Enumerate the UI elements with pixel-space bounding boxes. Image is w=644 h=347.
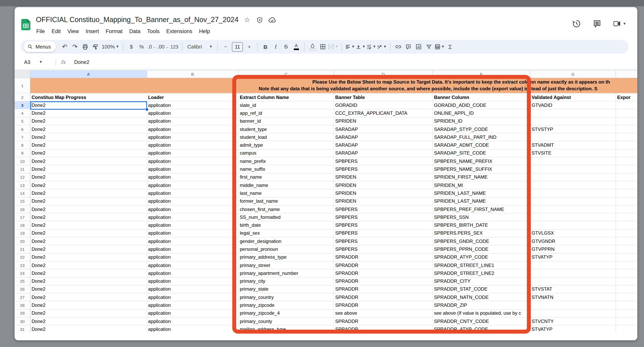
- cell-b23[interactable]: application: [147, 262, 238, 270]
- row-header-1[interactable]: 1: [14, 78, 30, 94]
- cell-d29[interactable]: see above: [334, 309, 433, 318]
- more-formats-button[interactable]: 123: [170, 42, 179, 52]
- cell-b14[interactable]: application: [147, 190, 238, 198]
- cell-g22[interactable]: STVATYP: [530, 253, 616, 262]
- cell-a17[interactable]: Done2: [30, 213, 147, 222]
- cell-a14[interactable]: Done2: [30, 190, 147, 198]
- cell-e7[interactable]: SARADAP_FULL_PART_IND: [433, 133, 530, 141]
- cell-g8[interactable]: STVADMT: [530, 141, 616, 150]
- cell-g12[interactable]: [530, 173, 616, 182]
- cell-b6[interactable]: application: [147, 126, 238, 134]
- row-header-18[interactable]: 18: [14, 222, 30, 230]
- cell-d18[interactable]: SPBPERS: [334, 222, 433, 230]
- cell-e20[interactable]: SPBPERS_GNDR_CODE: [433, 238, 530, 246]
- cell-c19[interactable]: legal_sex: [238, 230, 334, 238]
- cell-h31[interactable]: [616, 326, 637, 333]
- shield-plus-icon[interactable]: [256, 16, 264, 24]
- header-cell-h2[interactable]: Expor: [616, 94, 637, 101]
- strikethrough-button[interactable]: S: [281, 42, 291, 52]
- cell-c23[interactable]: primary_street: [238, 262, 334, 270]
- cell-a20[interactable]: Done2: [30, 238, 147, 246]
- header-cell-d2[interactable]: Banner Table: [334, 94, 433, 101]
- row-header-23[interactable]: 23: [14, 262, 30, 270]
- cell-b9[interactable]: application: [147, 150, 238, 158]
- cell-e8[interactable]: SARADAP_ADMT_CODE: [433, 141, 530, 150]
- saved-to-drive-icon[interactable]: [268, 16, 276, 24]
- cell-c26[interactable]: primary_state: [238, 286, 334, 294]
- name-box[interactable]: A3 ▼: [14, 59, 56, 65]
- formula-input[interactable]: Done2: [74, 59, 89, 65]
- cell-c12[interactable]: first_name: [238, 173, 334, 182]
- cell-a29[interactable]: Done2: [30, 309, 147, 318]
- cell-a4[interactable]: Done2: [30, 110, 147, 118]
- cell-h20[interactable]: [616, 238, 637, 246]
- insert-link-button[interactable]: [394, 42, 403, 52]
- cell-d26[interactable]: SPRADDR: [334, 286, 433, 294]
- row-header-25[interactable]: 25: [14, 278, 30, 286]
- bold-button[interactable]: B: [261, 42, 270, 52]
- row-header-20[interactable]: 20: [14, 238, 30, 246]
- cell-g31[interactable]: STVATYP: [530, 326, 616, 333]
- cell-e29[interactable]: see above (If value is populated, use by…: [433, 309, 530, 318]
- cell-b17[interactable]: application: [147, 213, 238, 222]
- cell-e12[interactable]: SPRIDEN_FIRST_NAME: [433, 173, 530, 182]
- cell-h10[interactable]: [616, 157, 637, 166]
- cell-b4[interactable]: application: [147, 110, 238, 118]
- cell-e11[interactable]: SPBPERS_NAME_SUFFIX: [433, 166, 530, 174]
- cell-b11[interactable]: application: [147, 166, 238, 174]
- print-button[interactable]: [80, 42, 90, 52]
- row-header-4[interactable]: 4: [14, 110, 30, 118]
- cell-c6[interactable]: student_type: [238, 126, 334, 134]
- row-header-30[interactable]: 30: [14, 318, 30, 326]
- cell-d30[interactable]: SPRADDR: [334, 318, 433, 326]
- row-header-21[interactable]: 21: [14, 246, 30, 254]
- cell-d14[interactable]: SPRIDEN: [334, 190, 433, 198]
- cell-b19[interactable]: application: [147, 230, 238, 238]
- cell-h26[interactable]: [616, 286, 637, 294]
- cell-c13[interactable]: middle_name: [238, 182, 334, 190]
- cell-h12[interactable]: [616, 173, 637, 182]
- horizontal-align-button[interactable]: ▼: [345, 42, 355, 52]
- cell-h14[interactable]: [616, 190, 637, 198]
- cell-d28[interactable]: SPRADDR: [334, 302, 433, 310]
- cell-d31[interactable]: SPRADDR: [334, 326, 433, 333]
- vertical-align-button[interactable]: ▼: [356, 42, 366, 52]
- cell-d5[interactable]: SPRIDEN: [334, 117, 433, 126]
- merge-cells-button[interactable]: ▼: [328, 42, 338, 52]
- cell-e30[interactable]: SPRADDR_CNTY_CODE: [433, 318, 530, 326]
- cell-d6[interactable]: SARADAP: [334, 126, 433, 134]
- cell-g7[interactable]: [530, 133, 616, 141]
- banner-merged-cell[interactable]: Please Use the Below Sheet to map Source…: [30, 78, 637, 94]
- cell-h8[interactable]: [616, 141, 637, 150]
- cell-h23[interactable]: [616, 262, 637, 270]
- cell-g4[interactable]: [530, 110, 616, 118]
- row-header-27[interactable]: 27: [14, 293, 30, 302]
- cell-b25[interactable]: application: [147, 278, 238, 286]
- row-header-26[interactable]: 26: [14, 286, 30, 294]
- cell-c16[interactable]: chosen_first_name: [238, 206, 334, 214]
- cell-h4[interactable]: [616, 110, 637, 118]
- cell-e24[interactable]: SPRADDR_STREET_LINE2: [433, 269, 530, 278]
- cell-g19[interactable]: GTVLGSX: [530, 230, 616, 238]
- cell-g26[interactable]: STVSTAT: [530, 286, 616, 294]
- cell-d19[interactable]: SPBPERS: [334, 230, 433, 238]
- cell-d16[interactable]: SPBPERS: [334, 206, 433, 214]
- cell-g30[interactable]: STVCNTY: [530, 318, 616, 326]
- row-header-17[interactable]: 17: [14, 213, 30, 222]
- cell-h6[interactable]: [616, 126, 637, 134]
- cell-e4[interactable]: ONLINE_APPL_ID: [433, 110, 530, 118]
- cell-h25[interactable]: [616, 278, 637, 286]
- undo-button[interactable]: ↶: [60, 42, 70, 52]
- row-header-2[interactable]: 2: [14, 94, 30, 101]
- format-percent-button[interactable]: %: [137, 42, 146, 52]
- cell-b13[interactable]: application: [147, 182, 238, 190]
- cell-c30[interactable]: primary_county: [238, 318, 334, 326]
- cell-a6[interactable]: Done2: [30, 126, 147, 134]
- insert-chart-button[interactable]: [414, 42, 423, 52]
- cell-a13[interactable]: Done2: [30, 182, 147, 190]
- header-cell-a2[interactable]: Constituo Map Progress: [30, 94, 147, 101]
- cell-g15[interactable]: [530, 197, 616, 206]
- row-header-5[interactable]: 5: [14, 117, 30, 126]
- cell-a28[interactable]: Done2: [30, 302, 147, 310]
- cell-b3[interactable]: application: [147, 101, 238, 110]
